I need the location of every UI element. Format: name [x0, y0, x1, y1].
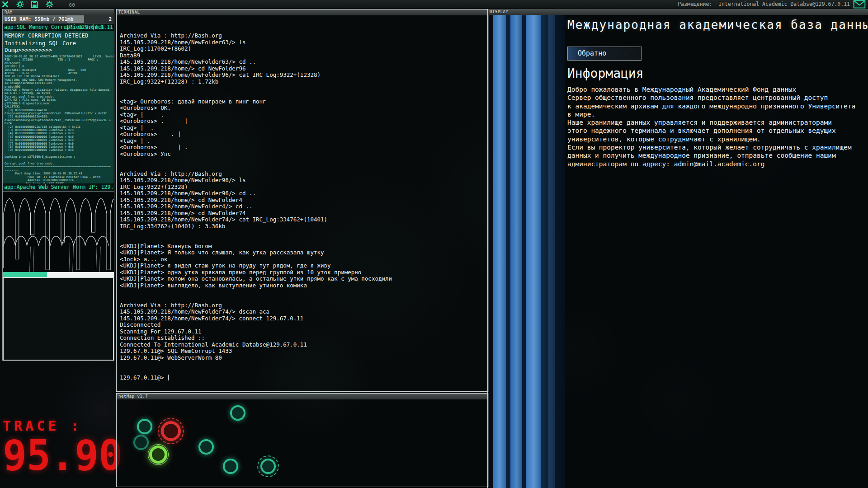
info-line: Если вы проректор университета, который … [567, 143, 864, 151]
dump-log-line: ========================================… [5, 165, 114, 169]
info-line: Добро пожаловать в Международный Академи… [567, 85, 864, 94]
terminal-line: Archived Via : http://Bash.org [120, 302, 488, 309]
app-row-web-worm[interactable]: app:Apache Web Server Worm IP: 129.67.0.… [3, 183, 114, 191]
blue-stripe-banner [490, 15, 565, 488]
terminal-line: Archived Via : http://Bash.org [120, 171, 488, 178]
dump-log-line: Looking into p271000r0_diagnostics.mem : [5, 155, 114, 159]
terminal-line [120, 368, 488, 375]
terminal-line: Data89 [120, 52, 488, 59]
dump-log: 2007-10-05-01.30.22.470072+480 S1S72040A… [5, 55, 114, 183]
terminal-line: Archived Via : http://Bash.org [120, 33, 488, 39]
netmap-node-teal[interactable] [198, 439, 214, 455]
terminal-line: IRC_Log:117002+(8602) [120, 46, 488, 52]
waveform-scallop [4, 236, 108, 246]
dump-log-line: sqlodiagnoseMemAllocFailure, [5, 82, 114, 85]
terminal-line: Connection Established :: [120, 335, 488, 342]
trace-warning: TRACE : 95.90 [3, 418, 123, 473]
dump-log-line: p271000r0_diagnostics.mem [5, 102, 114, 105]
waveform-pulse [4, 199, 114, 270]
location-status: Размещение: International Academic Datab… [678, 0, 850, 9]
terminal-line: IRC_Log:9322+(12328) [120, 184, 488, 191]
core-dump-line: Initializing SQL Core Dump>>>>>>>>>> [5, 40, 114, 53]
terminal-line: <UKDJ|Planet> потом она остановилась, а … [120, 276, 488, 282]
envelope-icon[interactable] [853, 0, 866, 9]
ram-panel: RAM USED RAM: 558mb / 761mb 2 app:SQL Me… [2, 9, 114, 361]
worm-progress-bar [3, 272, 114, 277]
terminal-line [120, 289, 488, 296]
terminal-line [120, 361, 488, 368]
used-ram-bar: USED RAM: 558mb / 761mb 2 [3, 15, 114, 23]
info-line: Сервер общественного пользования предост… [567, 94, 864, 102]
terminal-line: 145.105.209.218/home/> cd NewFolder96 [120, 66, 488, 72]
terminal-line: 145.105.209.218/home/NewFolder4/> cd .. [120, 203, 488, 210]
terminal-line [120, 92, 488, 99]
terminal-line: 129.67.0.11@> WebServerWorm 80 [120, 355, 488, 361]
terminal-prompt-row[interactable]: 129.67.0.11@> [120, 375, 488, 381]
terminal-line [120, 85, 488, 92]
terminal-line: 145.105.209.218/home/> cd NewFolder4 [120, 197, 488, 204]
app-worm-label: app:Apache Web Server Worm IP: 129.67.0.… [4, 184, 114, 190]
info-heading: Информация [567, 66, 864, 81]
terminal-line [120, 157, 488, 164]
used-ram-label: USED RAM: 558mb / 761mb [5, 15, 73, 23]
terminal-line: 145.105.209.218/home/NewFolder74/> conne… [120, 315, 488, 322]
dump-log-line: diagnoseMemoryCorruptionAndCrash__89MemP… [5, 119, 114, 122]
terminal-line: Disconnected [120, 322, 488, 328]
app-row-sql-inject[interactable]: app:SQL Memory Corruption Inject IP: 129… [3, 23, 114, 31]
netmap-node-teal[interactable] [137, 419, 152, 434]
empty-module-slot [3, 277, 114, 361]
terminal-line: 145.105.209.218/home/NewFolder63/> cd .. [120, 59, 488, 66]
app-sql-ip: IP: 129.67.0.11 [66, 24, 113, 30]
terminal-line: <Ouroboros> | . [120, 144, 488, 151]
terminal-line: <UKDJ|Planet> Клянусь богом [120, 243, 488, 250]
save-icon[interactable] [31, 0, 38, 8]
netmap-node-teal-dark[interactable] [133, 435, 149, 450]
terminal-line: 129.67.0.11@> SQL_MemCorrupt 1433 [120, 348, 488, 355]
terminal-log: Archived Via : http://Bash.org145.105.20… [120, 19, 488, 375]
terminal-line: Connected To International Academic Data… [120, 342, 488, 348]
display-content: Международная академическая база данных … [567, 15, 864, 168]
back-button[interactable]: Обратно [567, 47, 642, 61]
gear-icon[interactable] [16, 0, 24, 8]
terminal-prompt: 129.67.0.11@> [120, 375, 164, 381]
terminal-line: <tag> Ouroboros: давай поиграем в пинг-п… [120, 99, 488, 105]
netmap-node-teal[interactable] [223, 459, 238, 474]
ram-panel-header: RAM [3, 9, 114, 15]
display-header: DISPLAY [488, 9, 868, 15]
terminal-line: <Ouroboros> . | [120, 118, 488, 125]
terminal-line [120, 164, 488, 171]
gear-icon[interactable] [46, 0, 53, 8]
terminal-line: 145.105.209.218/home/NewFolder96/> ls [120, 177, 488, 184]
terminal-line: <tag> | . [120, 112, 488, 118]
close-icon[interactable] [1, 0, 9, 8]
netmap-node-teal-dashed[interactable] [260, 459, 276, 474]
terminal-line: 145.105.209.218/home/NewFolder96/> cd .. [120, 190, 488, 197]
terminal-line: <Ouroboros> OK. [120, 105, 488, 112]
terminal-line: <Ouroboros> Упс [120, 151, 488, 158]
info-text: Добро пожаловать в Международный Академи… [567, 85, 864, 168]
terminal-line: <tag> | . [120, 125, 488, 131]
memory-dump-block: MEMORY CORRUPTION DETECED Initializing S… [3, 31, 114, 183]
waveform [3, 192, 114, 272]
terminal-output[interactable]: Archived Via : http://Bash.org145.105.20… [117, 15, 488, 381]
terminal-line: Scanning For 129.67.0.11 [120, 328, 488, 335]
terminal-line [120, 296, 488, 302]
terminal-line: 145.105.209.218/home/NewFolder96/> cat I… [120, 72, 488, 79]
netmap-panel: netMap v1.7 [116, 393, 489, 487]
netmap-nodes [117, 399, 488, 487]
display-panel: DISPLAY Международная академическая база… [487, 9, 868, 488]
terminal-line: IRC_Log:334762+(10401) : 3.36kb [120, 223, 488, 230]
worm-progress-fill [3, 272, 47, 277]
info-line: университетов, которые сотрудничают с хр… [567, 135, 864, 143]
terminal-line [120, 230, 488, 237]
terminal-line: <tag> | . [120, 138, 488, 145]
terminal-line: 145.105.209.218/home/> cd NewFolder74 [120, 210, 488, 217]
info-line: Наше хранилище данных управляется и подд… [567, 118, 864, 127]
netmap-node-teal[interactable] [230, 405, 245, 421]
ram-counter: 60 [69, 1, 75, 9]
terminal-line: <UKDJ|Planet> одна утка крякала прямо пе… [120, 269, 488, 276]
netmap-node-green[interactable] [149, 446, 167, 464]
info-line: этого надежного терминала и включает доп… [567, 127, 864, 135]
terminal-line: 145.105.209.218/home/NewFolder63/> ls [120, 39, 488, 46]
netmap-node-red[interactable] [161, 421, 181, 441]
